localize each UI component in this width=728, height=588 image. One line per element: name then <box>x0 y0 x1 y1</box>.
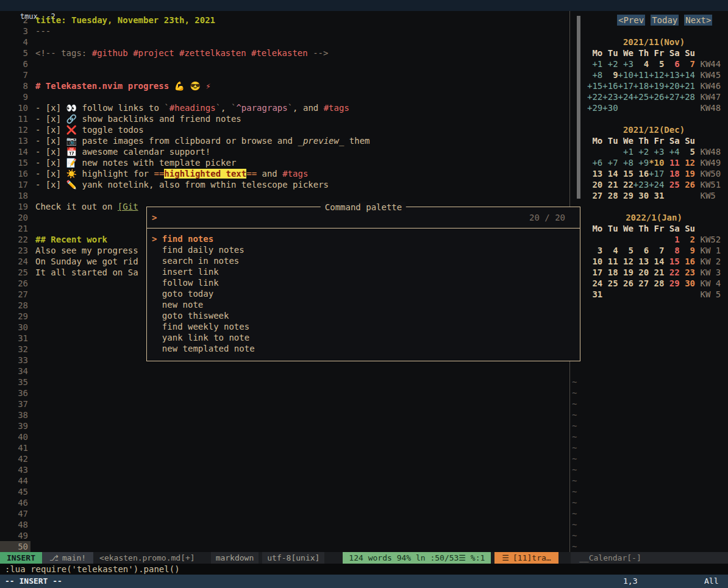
editor-line[interactable]: 39 <box>0 420 567 431</box>
palette-item[interactable]: insert link <box>152 266 575 277</box>
editor-line[interactable]: 38 <box>0 409 567 420</box>
editor-line[interactable]: 4 <box>0 37 567 48</box>
editor-line[interactable]: 8# Telekasten.nvim progress 💪 😎 ⚡ <box>0 80 567 91</box>
calendar-week-row[interactable]: +22+23+24+25+26+27+28 KW47 <box>582 91 728 102</box>
editor-line[interactable]: 12- [x] ❌ toggle todos <box>0 124 567 135</box>
editor-line[interactable]: 7 <box>0 69 567 80</box>
editor-line[interactable]: 2title: Tuesday, November 23th, 2021 <box>0 15 567 26</box>
line-number: 6 <box>0 58 30 69</box>
calendar-week-row[interactable]: +15+16+17+18+19+20+21 KW46 <box>582 80 728 91</box>
palette-item[interactable]: goto today <box>152 288 575 299</box>
calendar-week-row[interactable]: 3 4 5 6 7 8 9 KW 1 <box>582 245 728 256</box>
calendar-week-row[interactable]: 10 11 12 13 14 15 16 KW 2 <box>582 256 728 267</box>
calendar-day-cell: +17 <box>649 169 664 179</box>
calendar-week-row[interactable]: 17 18 19 20 21 22 23 KW 3 <box>582 267 728 278</box>
calendar-week-row[interactable]: +6 +7 +8 +9*10 11 12 KW49 <box>582 157 728 168</box>
editor-line[interactable]: 14- [x] 📅 awesome calendar support! <box>0 146 567 157</box>
editor-line[interactable]: 5<!-- tags: #github #project #zettelkast… <box>0 48 567 58</box>
line-text: - [x] 📷 paste images from clipboard or b… <box>35 135 370 146</box>
editor-line[interactable]: 15- [x] 📝 new notes with template picker <box>0 157 567 168</box>
text-segment: --> <box>308 48 329 58</box>
calendar-day-cell: 18 <box>664 169 679 179</box>
editor-line[interactable]: 37 <box>0 398 567 409</box>
calendar-day-cell: 16 <box>680 257 695 266</box>
command-line[interactable]: :lua require('telekasten').panel() <box>0 564 728 575</box>
palette-item[interactable]: yank link to note <box>152 332 575 343</box>
palette-item[interactable]: new templated note <box>152 343 575 354</box>
palette-item[interactable]: > find notes <box>152 233 575 244</box>
scrollbar-thumb[interactable] <box>577 16 580 199</box>
editor-line[interactable]: 11- [x] 🔗 show backlinks and friend note… <box>0 113 567 124</box>
editor-line[interactable]: 40 <box>0 431 567 442</box>
editor-line[interactable]: 44 <box>0 475 567 486</box>
palette-item[interactable]: new note <box>152 299 575 310</box>
editor-line[interactable]: 10- [x] 👀 follow links to `#headings`, `… <box>0 102 567 113</box>
editor-line[interactable]: 48 <box>0 519 567 530</box>
calendar-week-row[interactable]: +1 +2 +3 4 5 6 7 KW44 <box>582 58 728 69</box>
editor-line[interactable]: 49 <box>0 530 567 541</box>
calendar-day-cell: KW48 <box>700 103 721 113</box>
palette-item[interactable]: search in notes <box>152 255 575 266</box>
calendar-week-row[interactable]: 20 21 22+23+24 25 26 KW51 <box>582 179 728 190</box>
palette-item[interactable]: follow link <box>152 277 575 288</box>
editor-line[interactable]: 42 <box>0 453 567 464</box>
text-segment: Also see my progress <box>35 246 138 255</box>
line-number: 49 <box>0 530 30 541</box>
end-of-buffer-marker: ~ <box>572 453 577 464</box>
palette-item[interactable]: find daily notes <box>152 244 575 255</box>
calendar-day-cell: 6 <box>664 59 679 69</box>
line-text: - [x] ❌ toggle todos <box>35 124 144 135</box>
editor-line[interactable]: 45 <box>0 486 567 497</box>
editor-line[interactable]: 34 <box>0 366 567 377</box>
editor-line[interactable]: 36 <box>0 388 567 398</box>
text-segment: - [x] 📝 new notes with template picker <box>35 158 236 168</box>
text-segment: - [x] ☀️ highlight for <box>35 169 154 179</box>
editor-line[interactable]: 13- [x] 📷 paste images from clipboard or… <box>0 135 567 146</box>
editor-line[interactable]: 47 <box>0 508 567 519</box>
calendar-week-row[interactable]: 27 28 29 30 31 KW5 <box>582 190 728 201</box>
buffer-label: [11]tra… <box>513 553 551 562</box>
palette-item[interactable]: find weekly notes <box>152 321 575 332</box>
calendar-nav-button[interactable]: <Prev <box>617 15 645 26</box>
editor-line[interactable]: 3--- <box>0 26 567 37</box>
editor-line[interactable]: 43 <box>0 464 567 475</box>
end-of-buffer-marker: ~ <box>572 519 577 530</box>
calendar-week-row[interactable]: 24 25 26 27 28 29 30 KW 4 <box>582 278 728 289</box>
calendar-week-row[interactable]: 31 KW 5 <box>582 289 728 300</box>
calendar-week-row[interactable]: 13 14 15 16+17 18 19 KW50 <box>582 168 728 179</box>
editor-line[interactable]: 17- [x] ✏️ yank notelink, also from wthi… <box>0 179 567 190</box>
editor-line[interactable]: 16- [x] ☀️ highlight for ==highlighted t… <box>0 168 567 179</box>
text-segment: them <box>344 136 369 146</box>
editor-line[interactable]: 46 <box>0 497 567 508</box>
end-of-buffer-marker: ~ <box>572 541 577 552</box>
calendar-nav-button[interactable]: Today <box>651 15 679 26</box>
calendar-day-cell: 26 <box>680 180 695 190</box>
calendar-day-cell: +6 +7 +8 +9 <box>587 158 649 168</box>
calendar-blank-row <box>582 113 728 124</box>
calendar-week-row[interactable]: 1 2 KW52 <box>582 234 728 245</box>
calendar-blank-row <box>582 26 728 37</box>
text-segment: ^paragraps <box>236 103 287 113</box>
editor-line[interactable]: 35 <box>0 377 567 388</box>
calendar-nav-button[interactable]: Next> <box>684 15 712 26</box>
text-segment: - [x] 🔗 show backlinks and friend notes <box>35 114 241 124</box>
line-text: Also see my progress <box>35 245 138 256</box>
line-number: 9 <box>0 91 30 102</box>
calendar-day-cell: KW44 <box>700 59 721 69</box>
editor-line[interactable]: 41 <box>0 442 567 453</box>
editor-line[interactable]: 6 <box>0 58 567 69</box>
palette-item[interactable]: goto thisweek <box>152 310 575 321</box>
end-of-buffer-marker: ~ <box>572 398 577 409</box>
editor-line[interactable]: 50 <box>0 541 567 552</box>
calendar-blank-row <box>582 201 728 212</box>
calendar-week-row[interactable]: +8 9+10+11+12+13+14 KW45 <box>582 69 728 80</box>
calendar-day-cell: 11 <box>664 158 679 168</box>
calendar-week-row[interactable]: +29+30 KW48 <box>582 102 728 113</box>
line-number: 31 <box>0 333 30 344</box>
end-of-buffer-marker: ~ <box>572 497 577 508</box>
editor-line[interactable]: 18 <box>0 190 567 201</box>
editor-line[interactable]: 9 <box>0 91 567 102</box>
end-of-buffer-marker: ~ <box>572 530 577 541</box>
calendar-week-row[interactable]: +1 +2 +3 +4 5 KW48 <box>582 146 728 157</box>
text-segment: == <box>246 169 257 179</box>
